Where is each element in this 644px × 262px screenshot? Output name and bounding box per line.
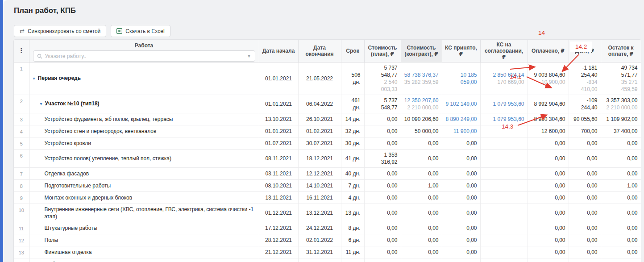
work-cell[interactable]: Полы: [29, 234, 259, 246]
cell-paid: 0,00: [528, 246, 569, 258]
work-cell[interactable]: Подготовительные работы: [29, 179, 259, 191]
cell-ks_accepted: 0,00: [442, 137, 480, 149]
header-row: ⋮ Работа ▼ Дата начала Дата окончания Ср…: [14, 40, 641, 62]
work-cell[interactable]: Штукатурные работы: [29, 222, 259, 234]
work-name: Подготовительные работы: [45, 183, 111, 189]
work-cell[interactable]: Устройство фудамента, жб полов, крылец, …: [29, 113, 259, 125]
cell-end: 06.04.2022: [298, 95, 341, 113]
cell-remaining: 0,00: [601, 246, 641, 258]
cell-duration: 6 дн.: [341, 234, 364, 246]
expand-collapse-icon[interactable]: ▾: [40, 101, 42, 106]
cell-ks_pending: [480, 149, 528, 167]
work-cell[interactable]: ▾Первая очередь: [29, 62, 259, 95]
cell-ks_pending[interactable]: 1 079 953,60: [480, 95, 528, 113]
column-label-work: Работа: [29, 42, 259, 49]
work-cell[interactable]: ▾Участок №10 (тип18): [29, 95, 259, 113]
cell-contract: 0,00: [401, 149, 442, 167]
expand-collapse-icon[interactable]: ▾: [33, 76, 35, 81]
table-menu-icon[interactable]: ⋮: [18, 47, 25, 54]
work-cell[interactable]: Устройство полов( утепление, теплый пол,…: [29, 149, 259, 167]
cell-ks_accepted[interactable]: 9 102 149,00: [442, 95, 480, 113]
cell-contract: 1,00: [401, 179, 442, 191]
cell-end: 12.12.2021: [298, 167, 341, 179]
cell-remaining: 0,00: [601, 167, 641, 179]
cell-end: 14.10.2021: [298, 179, 341, 191]
cell-ks_accepted: 0,00: [442, 167, 480, 179]
work-cell[interactable]: Монтаж оконных и дверных блоков: [29, 191, 259, 204]
cell-start: 08.10.2021: [259, 179, 298, 191]
sync-button[interactable]: ⇄ Синхронизировать со сметой: [14, 25, 106, 37]
cell-remaining: 0,00: [601, 234, 641, 246]
cell-contract[interactable]: 58 738 376,3735 282 359,59: [401, 62, 442, 95]
cell-ks_pending: [480, 234, 528, 246]
cell-remaining: 3 357 303,002 210 000,00: [601, 95, 641, 113]
cell-remaining: 37 400,00: [601, 125, 641, 137]
cell-ks_accepted[interactable]: 8 890 249,00: [442, 113, 480, 125]
cell-ks_pending: [480, 222, 528, 234]
excel-download-button[interactable]: Скачать в Excel: [111, 25, 170, 37]
cell-ks_pending: [480, 204, 528, 222]
cell-remaining: 0,00: [601, 204, 641, 222]
cell-ks_pending[interactable]: 1 079 953,60: [480, 113, 528, 125]
cell-paid: 0,00: [528, 258, 569, 262]
work-cell[interactable]: Внутренние инженерные сети (ХВС, отоплен…: [29, 204, 259, 222]
cell-paid: 9 003 804,6010 900,00: [528, 62, 569, 95]
cell-end: 12.01.2022: [298, 258, 341, 262]
row-number: 11: [14, 222, 29, 234]
work-name: Устройство фудамента, жб полов, крылец, …: [45, 116, 173, 122]
cell-paid: 0,00: [528, 222, 569, 234]
cell-start: 08.01.2022: [259, 258, 298, 262]
work-search-input[interactable]: [45, 53, 245, 59]
cell-ks_accepted: 0,00: [442, 179, 480, 191]
cell-contract: 0,00: [401, 167, 442, 179]
cell-contract[interactable]: 12 350 207,602 210 000,00: [401, 95, 442, 113]
table-row: 5Устройство кровли01.07.202130.07.202130…: [14, 137, 641, 149]
work-cell[interactable]: Отделка фасадов: [29, 167, 259, 179]
cell-end: 02.01.2022: [298, 234, 341, 246]
cell-ks_pending: [480, 191, 528, 204]
work-cell[interactable]: Мебель: [29, 258, 259, 262]
work-name: Отделка фасадов: [45, 171, 89, 177]
work-search[interactable]: ▼: [33, 50, 255, 62]
cell-debt: 0,00: [569, 234, 601, 246]
cell-ks_accepted[interactable]: 11 900,00: [442, 125, 480, 137]
table-row: 13Финишная отделка21.12.202131.12.202111…: [14, 246, 641, 258]
column-header-paid: Оплачено, ₽: [528, 40, 569, 62]
work-cell[interactable]: Финишная отделка: [29, 246, 259, 258]
cell-ks_pending: [480, 137, 528, 149]
cell-duration: 11 дн.: [341, 246, 364, 258]
table-row: 12Полы28.12.202102.01.20226 дн.0,000,000…: [14, 234, 641, 246]
cell-plan: 5 737 548,77: [364, 95, 401, 113]
column-header-plan: Стоимость (план), ₽: [364, 40, 401, 62]
cell-remaining: 49 734 571,7735 271 459,59: [601, 62, 641, 95]
sync-button-label: Синхронизировать со сметой: [28, 28, 100, 34]
cell-ks_accepted[interactable]: 10 185 059,00: [442, 62, 480, 95]
row-number: 8: [14, 179, 29, 191]
cell-ks_accepted: 0,00: [442, 258, 480, 262]
cell-contract: 0,00: [401, 246, 442, 258]
cell-ks_accepted: 0,00: [442, 234, 480, 246]
cell-debt: 0,00: [569, 149, 601, 167]
cell-debt: -109 244,40: [569, 95, 601, 113]
cell-duration: 32 дн.: [341, 125, 364, 137]
cell-ks_accepted: 0,00: [442, 204, 480, 222]
work-cell[interactable]: Устройство кровли: [29, 137, 259, 149]
cell-debt: 0,00: [569, 137, 601, 149]
cell-plan: 0,00: [364, 258, 401, 262]
work-name: Участок №10 (тип18): [45, 100, 100, 107]
column-header-duration: Срок: [341, 40, 364, 62]
row-number: 5: [14, 137, 29, 149]
cell-debt: 0,00: [569, 222, 601, 234]
row-number: 12: [14, 234, 29, 246]
cell-duration: 14 дн.: [341, 113, 364, 125]
cell-ks_pending[interactable]: 2 850 624,14170 669,00: [480, 62, 528, 95]
cell-plan: 0,00: [364, 167, 401, 179]
excel-button-label: Скачать в Excel: [125, 28, 164, 34]
column-header-ks-accepted: КС принято, ₽: [442, 40, 480, 62]
cell-start: 01.07.2021: [259, 137, 298, 149]
table-row: 8Подготовительные работы08.10.202114.10.…: [14, 179, 641, 191]
cell-remaining: 0,00: [601, 222, 641, 234]
cell-remaining: 0,00: [601, 137, 641, 149]
work-cell[interactable]: Устройство стен и перегородок, вентканал…: [29, 125, 259, 137]
row-number: 1: [14, 62, 29, 95]
